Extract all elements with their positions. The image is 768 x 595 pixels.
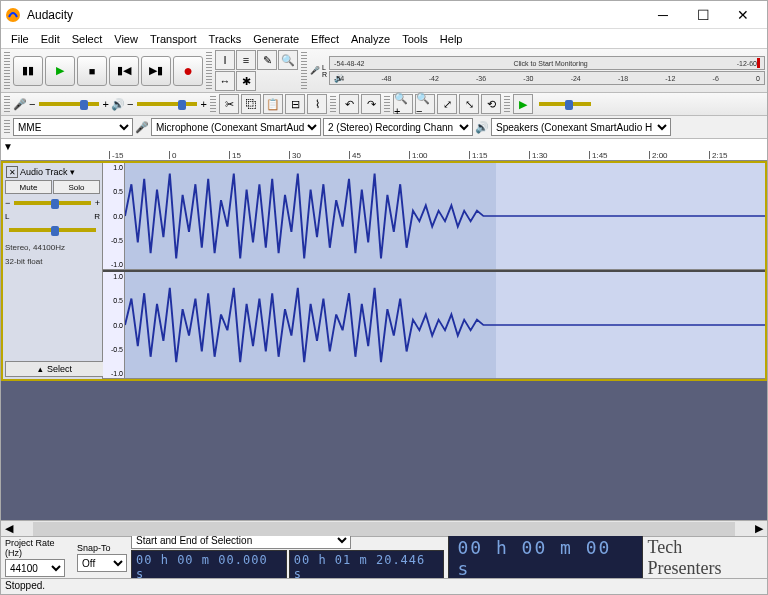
zoom-toggle-icon[interactable]: ⟲ [481, 94, 501, 114]
track-control-panel: ✕ Audio Track ▾ Mute Solo −+ LR Stereo, … [3, 163, 103, 379]
track-bitdepth-info: 32-bit float [5, 257, 100, 266]
selection-toolbar: Project Rate (Hz) 44100 Snap-To Off Star… [1, 536, 767, 578]
copy-icon[interactable]: ⿻ [241, 94, 261, 114]
grip[interactable] [504, 96, 510, 112]
grip[interactable] [330, 96, 336, 112]
audio-host-select[interactable]: MME [13, 118, 133, 136]
skip-end-button[interactable]: ▶▮ [141, 56, 171, 86]
menu-help[interactable]: Help [434, 31, 469, 47]
fit-selection-icon[interactable]: ⤢ [437, 94, 457, 114]
playback-volume-slider[interactable]: −+ [127, 96, 207, 112]
project-rate-select[interactable]: 44100 [5, 559, 65, 577]
project-rate-label: Project Rate (Hz) [5, 538, 73, 558]
tools-grid: I ≡ ✎ 🔍 ↔ ✱ [215, 50, 298, 91]
grip[interactable] [301, 52, 307, 89]
cut-icon[interactable]: ✂ [219, 94, 239, 114]
menu-transport[interactable]: Transport [144, 31, 203, 47]
maximize-button[interactable]: ☐ [683, 2, 723, 28]
play-button[interactable]: ▶ [45, 56, 75, 86]
grip[interactable] [384, 96, 390, 112]
audio-track: ✕ Audio Track ▾ Mute Solo −+ LR Stereo, … [1, 161, 767, 381]
paste-icon[interactable]: 📋 [263, 94, 283, 114]
recording-volume-slider[interactable]: −+ [29, 96, 109, 112]
grip[interactable] [4, 52, 10, 89]
speaker-icon: 🔊 [111, 98, 125, 111]
playback-meter[interactable]: 🔊 -54-48-42-36-30-24-18-12-60 [329, 71, 765, 85]
grip[interactable] [4, 120, 10, 134]
snap-to-select[interactable]: Off [77, 554, 127, 572]
waveform-right[interactable] [125, 272, 765, 378]
fit-project-icon[interactable]: ⤡ [459, 94, 479, 114]
menubar: File Edit Select View Transport Tracks G… [1, 29, 767, 49]
status-bar: Stopped. [1, 578, 767, 594]
recording-device-select[interactable]: Microphone (Conexant SmartAudio [151, 118, 321, 136]
menu-edit[interactable]: Edit [35, 31, 66, 47]
track-pan-slider[interactable] [5, 222, 100, 238]
speaker-icon: 🔊 [475, 121, 489, 134]
grip[interactable] [206, 52, 212, 89]
redo-icon[interactable]: ↷ [361, 94, 381, 114]
stop-button[interactable]: ■ [77, 56, 107, 86]
menu-analyze[interactable]: Analyze [345, 31, 396, 47]
menu-effect[interactable]: Effect [305, 31, 345, 47]
menu-tools[interactable]: Tools [396, 31, 434, 47]
pause-button[interactable]: ▮▮ [13, 56, 43, 86]
app-icon [5, 7, 21, 23]
zoom-tool-icon[interactable]: 🔍 [278, 50, 298, 70]
envelope-tool-icon[interactable]: ≡ [236, 50, 256, 70]
menu-view[interactable]: View [108, 31, 144, 47]
titlebar: Audacity ─ ☐ ✕ [1, 1, 767, 29]
rec-meter-msg[interactable]: Click to Start Monitoring [364, 60, 736, 67]
zoom-out-icon[interactable]: 🔍− [415, 94, 435, 114]
timeshift-tool-icon[interactable]: ↔ [215, 71, 235, 91]
skip-start-button[interactable]: ▮◀ [109, 56, 139, 86]
horizontal-scrollbar[interactable]: ◀ ▶ [1, 520, 767, 536]
playback-device-select[interactable]: Speakers (Conexant SmartAudio H [491, 118, 671, 136]
menu-generate[interactable]: Generate [247, 31, 305, 47]
recording-meter[interactable]: -54-48-42 Click to Start Monitoring -12-… [329, 56, 765, 70]
minimize-button[interactable]: ─ [643, 2, 683, 28]
close-button[interactable]: ✕ [723, 2, 763, 28]
track-menu-dropdown-icon[interactable]: ▾ [70, 167, 75, 177]
timeline-ruler[interactable]: ▼ -15 0 15 30 45 1:00 1:15 1:30 1:45 2:0… [1, 139, 767, 161]
menu-tracks[interactable]: Tracks [203, 31, 248, 47]
zoom-in-icon[interactable]: 🔍+ [393, 94, 413, 114]
mixer-toolbar: 🎤 −+ 🔊 −+ ✂ ⿻ 📋 ⊟ ⌇ ↶ ↷ 🔍+ 🔍− ⤢ ⤡ ⟲ ▶ [1, 93, 767, 116]
audio-position-time[interactable]: 00 h 00 m 00 s [448, 534, 643, 582]
track-area: ✕ Audio Track ▾ Mute Solo −+ LR Stereo, … [1, 161, 767, 520]
track-select-button[interactable]: ▴Select [5, 361, 105, 377]
mic-icon: 🎤 [135, 121, 149, 134]
window-buttons: ─ ☐ ✕ [643, 2, 763, 28]
menu-select[interactable]: Select [66, 31, 109, 47]
track-format-info: Stereo, 44100Hz [5, 243, 100, 252]
snap-to-label: Snap-To [77, 543, 127, 553]
track-name[interactable]: Audio Track [20, 167, 68, 177]
waveform-left[interactable] [125, 163, 765, 269]
transport-toolbar: ▮▮ ▶ ■ ▮◀ ▶▮ ● I ≡ ✎ 🔍 ↔ ✱ 🎤LR -54-48-42… [1, 49, 767, 93]
pin-icon[interactable]: ▼ [3, 141, 13, 152]
amplitude-scale: 1.00.50.0-0.5-1.0 [103, 272, 125, 378]
record-button[interactable]: ● [173, 56, 203, 86]
brand-watermark: Tech Presenters [647, 537, 763, 579]
solo-button[interactable]: Solo [53, 180, 100, 194]
recording-channels-select[interactable]: 2 (Stereo) Recording Chann [323, 118, 473, 136]
grip[interactable] [4, 96, 10, 112]
draw-tool-icon[interactable]: ✎ [257, 50, 277, 70]
menu-file[interactable]: File [5, 31, 35, 47]
play-at-speed-icon[interactable]: ▶ [513, 94, 533, 114]
trim-icon[interactable]: ⊟ [285, 94, 305, 114]
mic-icon: 🎤 [13, 98, 27, 111]
undo-icon[interactable]: ↶ [339, 94, 359, 114]
track-gain-slider[interactable]: −+ [5, 195, 100, 211]
svg-point-0 [6, 8, 20, 22]
multi-tool-icon[interactable]: ✱ [236, 71, 256, 91]
track-close-button[interactable]: ✕ [6, 166, 18, 178]
silence-icon[interactable]: ⌇ [307, 94, 327, 114]
play-speed-slider[interactable] [535, 96, 595, 112]
grip[interactable] [210, 96, 216, 112]
amplitude-scale: 1.00.50.0-0.5-1.0 [103, 163, 125, 269]
window-title: Audacity [27, 8, 643, 22]
selection-tool-icon[interactable]: I [215, 50, 235, 70]
mic-icon: 🎤 [310, 66, 320, 75]
mute-button[interactable]: Mute [5, 180, 52, 194]
